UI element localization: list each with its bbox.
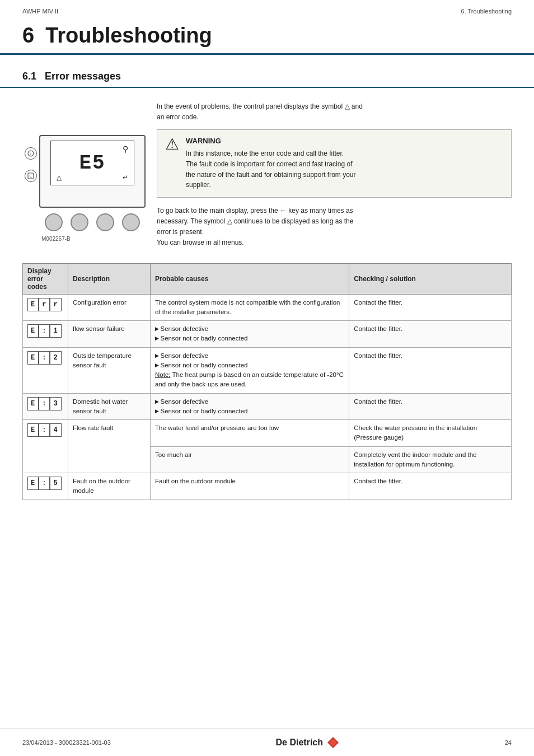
table-row: E:3 Domestic hot water sensor fault Sens… bbox=[23, 393, 512, 420]
description-e1: flow sensor failure bbox=[68, 321, 150, 348]
side-icon-bottom: E bbox=[25, 170, 37, 182]
description-e4: Flow rate fault bbox=[68, 420, 150, 473]
col-header-solution: Checking / solution bbox=[349, 263, 512, 294]
content-area: i E ⚲ E5 △ ↵ bbox=[0, 101, 534, 500]
device-buttons bbox=[39, 213, 146, 231]
second-text-block: To go back to the main display, press th… bbox=[157, 206, 512, 249]
chapter-title: Troubleshooting bbox=[45, 24, 212, 47]
chapter-number: 6 bbox=[22, 24, 34, 47]
causes-e4-1: The water level and/or pressure are too … bbox=[151, 420, 349, 447]
logo-diamond-icon bbox=[326, 736, 340, 749]
svg-text:E: E bbox=[30, 174, 32, 178]
table-row: E:5 Fault on the outdoor module Fault on… bbox=[23, 473, 512, 500]
error-code-e4: E:4 bbox=[23, 420, 68, 473]
intro-right: In the event of problems, the control pa… bbox=[157, 101, 512, 252]
display-triangle-icon: △ bbox=[57, 174, 62, 181]
description-e3: Domestic hot water sensor fault bbox=[68, 393, 150, 420]
device-btn-2 bbox=[71, 213, 88, 231]
device-btn-3 bbox=[96, 213, 114, 231]
warning-icon: ⚠ bbox=[165, 137, 179, 190]
table-row: E:4 Flow rate fault The water level and/… bbox=[23, 420, 512, 447]
solution-e4-1: Check the water pressure in the installa… bbox=[349, 420, 512, 447]
col-header-description: Description bbox=[68, 263, 150, 294]
table-row: E:2 Outside temperature sensor fault Sen… bbox=[23, 347, 512, 393]
section-number: 6.1 Error messages bbox=[22, 71, 121, 82]
chapter-title-section: 6Troubleshooting bbox=[0, 18, 534, 55]
error-code-e2: E:2 bbox=[23, 347, 68, 393]
table-row: Err Configuration error The control syst… bbox=[23, 294, 512, 321]
error-code-e5: E:5 bbox=[23, 473, 68, 500]
display-return-icon: ↵ bbox=[123, 174, 128, 181]
causes-e4-2: Too much air bbox=[151, 446, 349, 473]
device-btn-1 bbox=[45, 213, 63, 231]
warning-content: WARNING In this instance, note the error… bbox=[186, 137, 356, 190]
page-header: AWHP MIV-II 6. Troubleshooting bbox=[0, 0, 534, 18]
device-btn-4 bbox=[122, 213, 140, 231]
description-e2: Outside temperature sensor fault bbox=[68, 347, 150, 393]
col-header-display: Displayerror codes bbox=[23, 263, 68, 294]
brand-name: De Dietrich bbox=[276, 738, 323, 748]
solution-e3: Contact the fitter. bbox=[349, 393, 512, 420]
footer-logo: De Dietrich bbox=[276, 736, 340, 749]
warning-text: In this instance, note the error code an… bbox=[186, 148, 356, 190]
header-left: AWHP MIV-II bbox=[22, 8, 58, 15]
device-panel: i E ⚲ E5 △ ↵ bbox=[39, 135, 146, 208]
display-error-code: E5 bbox=[79, 152, 105, 175]
solution-e5: Contact the fitter. bbox=[349, 473, 512, 500]
warning-box: ⚠ WARNING In this instance, note the err… bbox=[157, 129, 512, 197]
section-title-section: 6.1 Error messages bbox=[0, 66, 534, 88]
causes-e2: Sensor defective Sensor not or badly con… bbox=[151, 347, 349, 393]
solution-e1: Contact the fitter. bbox=[349, 321, 512, 348]
causes-e3: Sensor defective Sensor not or badly con… bbox=[151, 393, 349, 420]
intro-layout: i E ⚲ E5 △ ↵ bbox=[22, 101, 512, 252]
causes-e5: Fault on the outdoor module bbox=[151, 473, 349, 500]
table-row: E:1 flow sensor failure Sensor defective… bbox=[23, 321, 512, 348]
causes-e1: Sensor defective Sensor not or badly con… bbox=[151, 321, 349, 348]
solution-e4-2: Completely vent the indoor module and th… bbox=[349, 446, 512, 473]
intro-text: In the event of problems, the control pa… bbox=[157, 101, 512, 123]
error-table: Displayerror codes Description Probable … bbox=[22, 263, 512, 500]
description-err: Configuration error bbox=[68, 294, 150, 321]
col-header-causes: Probable causes bbox=[151, 263, 349, 294]
error-code-e3: E:3 bbox=[23, 393, 68, 420]
device-illustration-area: i E ⚲ E5 △ ↵ bbox=[22, 101, 146, 252]
error-code-e1: E:1 bbox=[23, 321, 68, 348]
side-icon-top: i bbox=[25, 147, 37, 160]
warning-title: WARNING bbox=[186, 137, 356, 145]
error-code-err: Err bbox=[23, 294, 68, 321]
footer-page: 24 bbox=[505, 739, 512, 746]
solution-e2: Contact the fitter. bbox=[349, 347, 512, 393]
display-top-icon: ⚲ bbox=[123, 144, 128, 153]
display-screen: ⚲ E5 △ ↵ bbox=[50, 141, 134, 185]
device-side-icons: i E bbox=[25, 147, 37, 182]
svg-text:i: i bbox=[30, 152, 31, 156]
header-right: 6. Troubleshooting bbox=[461, 8, 512, 15]
causes-err: The control system mode is not compatibl… bbox=[151, 294, 349, 321]
footer-date: 23/04/2013 - 300023321-001-03 bbox=[22, 739, 111, 746]
figure-caption: M002267-B bbox=[39, 236, 146, 242]
solution-err: Contact the fitter. bbox=[349, 294, 512, 321]
description-e5: Fault on the outdoor module bbox=[68, 473, 150, 500]
page-footer: 23/04/2013 - 300023321-001-03 De Dietric… bbox=[0, 729, 534, 756]
